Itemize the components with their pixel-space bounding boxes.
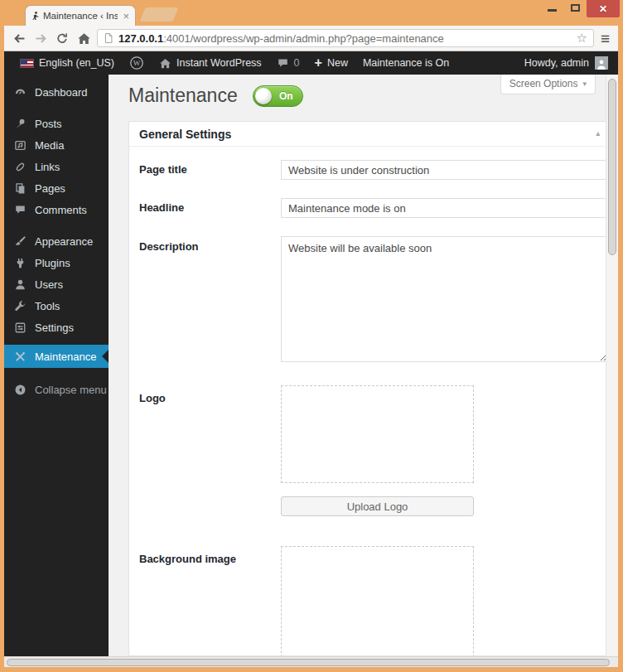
pages-icon [13,181,27,196]
appearance-icon [13,234,27,249]
maintenance-toggle[interactable]: On [253,85,303,107]
tools-icon [13,299,27,313]
home-icon [159,57,171,70]
sidebar-item-posts[interactable]: Posts [4,113,109,134]
site-name-menu[interactable]: Instant WordPress [152,51,269,75]
url-text: 127.0.0.1:4001/wordpress/wp-admin/admin.… [118,32,571,45]
logo-preview-box [281,385,474,483]
new-label: New [327,57,348,69]
account-menu[interactable]: Howdy, admin [524,56,610,70]
tab-title: Maintenance ‹ Instant Wo [43,11,118,21]
general-settings-panel: General Settings ▴ Page title Headline D… [128,121,609,656]
panel-title: General Settings [139,128,231,141]
page-header: Maintenance On [128,85,303,107]
screen-options-button[interactable]: Screen Options ▾ [500,75,596,94]
settings-icon [13,321,27,335]
sidebar-item-settings[interactable]: Settings [4,317,109,338]
new-content-menu[interactable]: + New [307,51,355,75]
wp-logo-menu[interactable]: W [122,51,152,75]
minimize-button[interactable] [540,0,563,16]
comments-menu[interactable]: 0 [269,51,307,75]
browser-titlebar: Maintenance ‹ Instant Wo × ✕ [0,0,623,26]
sidebar-item-users[interactable]: Users [4,273,109,295]
admin-sidebar: Dashboard Posts Media Links Pages Commen… [4,75,109,656]
url-host: 127.0.0.1 [118,32,163,45]
chevron-down-icon: ▾ [582,80,587,88]
comment-bubble-icon [277,57,289,69]
language-label: English (en_US) [39,57,114,69]
collapse-icon [13,383,27,397]
us-flag-icon [20,59,34,68]
sidebar-item-plugins[interactable]: Plugins [4,252,109,273]
tab-close-icon[interactable]: × [121,11,131,22]
maintenance-icon [13,350,27,364]
sidebar-item-tools[interactable]: Tools [4,295,109,317]
sidebar-item-comments[interactable]: Comments [4,199,109,220]
window-controls: ✕ [540,0,623,17]
headline-input[interactable] [281,198,608,218]
wp-admin-bar: English (en_US) W Instant WordPress 0 + … [4,51,618,75]
plugins-icon [13,256,27,270]
admin-content: Screen Options ▾ Maintenance On General … [109,75,606,656]
vertical-scrollbar-thumb[interactable] [608,79,616,255]
reload-icon[interactable] [54,30,70,46]
sidebar-item-collapse-menu[interactable]: Collapse menu [4,379,109,400]
background-image-preview-box [281,546,474,656]
site-name-label: Instant WordPress [176,57,262,69]
page-icon [104,32,113,44]
toggle-knob[interactable] [255,88,272,104]
page-title: Maintenance [128,85,238,107]
browser-tab[interactable]: Maintenance ‹ Instant Wo × [25,5,136,26]
dashboard-icon [13,85,27,99]
sidebar-item-appearance[interactable]: Appearance [4,230,109,252]
maintenance-status-menu[interactable]: Maintenance is On [355,51,456,75]
wordpress-logo-icon: W [129,56,144,70]
home-icon[interactable] [75,30,92,46]
new-tab-button[interactable] [140,7,179,22]
users-icon [13,278,27,292]
comments-icon [13,203,27,217]
maximize-button[interactable] [563,0,587,16]
maintenance-status-label: Maintenance is On [363,57,449,69]
description-field-label: Description [139,240,276,253]
panel-header[interactable]: General Settings ▴ [129,122,608,147]
logo-field-label: Logo [139,392,276,404]
browser-window: Maintenance ‹ Instant Wo × ✕ 127.0.0.1:4… [0,0,623,672]
collapse-arrow-icon: ▴ [596,129,600,138]
background-image-field-label: Background image [139,553,276,565]
sidebar-item-dashboard[interactable]: Dashboard [4,81,109,103]
language-switcher[interactable]: English (en_US) [12,51,122,75]
back-icon[interactable] [11,30,27,46]
close-window-button[interactable]: ✕ [587,0,620,17]
headline-field-label: Headline [139,201,276,214]
comments-count: 0 [294,57,300,69]
horizontal-scrollbar[interactable] [4,656,618,667]
svg-text:W: W [133,59,141,67]
horizontal-scrollbar-thumb[interactable] [7,659,610,666]
sidebar-item-media[interactable]: Media [4,134,109,156]
browser-menu-icon[interactable]: ≡ [599,31,611,46]
sidebar-item-pages[interactable]: Pages [4,177,109,199]
description-textarea[interactable]: Website will be available soon [281,236,608,362]
url-rest: :4001/wordpress/wp-admin/admin.php?page=… [163,32,444,45]
avatar [595,56,608,70]
browser-toolbar: 127.0.0.1:4001/wordpress/wp-admin/admin.… [4,26,618,51]
toggle-state-label: On [279,90,293,102]
sidebar-item-links[interactable]: Links [4,156,109,177]
upload-logo-button[interactable]: Upload Logo [281,496,474,516]
plus-icon: + [315,56,322,70]
sidebar-item-maintenance[interactable]: Maintenance [4,345,109,368]
page-title-input[interactable] [281,160,608,180]
forward-icon[interactable] [32,30,49,46]
media-icon [13,138,27,152]
url-bar[interactable]: 127.0.0.1:4001/wordpress/wp-admin/admin.… [97,29,594,47]
page-title-field-label: Page title [139,163,276,176]
howdy-label: Howdy, admin [524,57,589,69]
admin-body: Dashboard Posts Media Links Pages Commen… [4,75,618,656]
vertical-scrollbar[interactable] [606,75,618,656]
bookmark-star-icon[interactable]: ☆ [576,31,587,46]
links-icon [13,160,27,174]
favicon-icon [30,11,40,21]
pin-icon [13,117,27,131]
